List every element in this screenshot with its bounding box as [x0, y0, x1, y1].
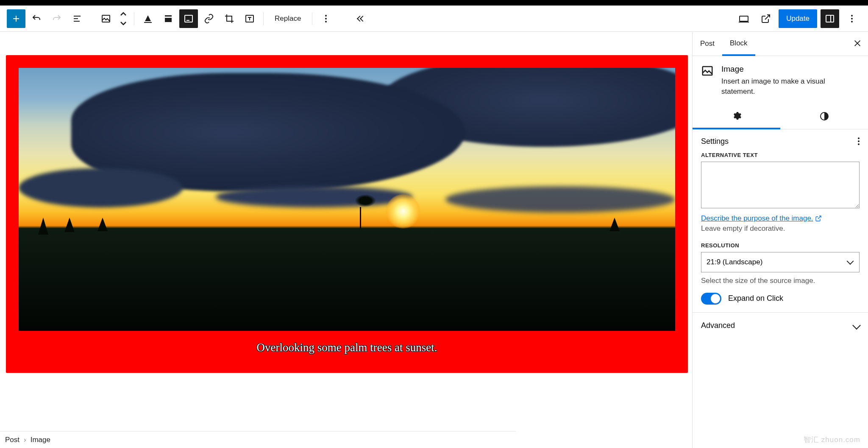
caption-toggle-button[interactable]: [179, 9, 198, 28]
svg-rect-10: [185, 15, 192, 22]
document-overview-button[interactable]: [68, 9, 86, 28]
settings-sidebar: Post Block Image Insert an image to make…: [692, 32, 868, 448]
tab-post[interactable]: Post: [693, 32, 722, 56]
move-down-button[interactable]: [117, 19, 130, 28]
replace-button[interactable]: Replace: [268, 9, 308, 28]
alt-text-label: Alternative Text: [701, 152, 860, 158]
settings-subtab[interactable]: [693, 105, 780, 129]
watermark: 智汇 zhuon.com: [804, 435, 860, 445]
close-sidebar-button[interactable]: [853, 39, 862, 49]
resolution-select[interactable]: 21:9 (Landscape): [701, 252, 860, 272]
undo-button[interactable]: [27, 9, 46, 28]
editor-canvas: Overlooking some palm trees at sunset. P…: [0, 32, 692, 448]
settings-more-button[interactable]: [858, 137, 860, 145]
text-overlay-button[interactable]: [240, 9, 259, 28]
image-block[interactable]: Overlooking some palm trees at sunset.: [6, 55, 688, 373]
update-button[interactable]: Update: [779, 9, 817, 28]
breadcrumb: Post › Image: [0, 431, 516, 448]
align-button[interactable]: [139, 9, 157, 28]
svg-rect-13: [740, 16, 748, 21]
block-description: Insert an image to make a visual stateme…: [721, 76, 860, 97]
breadcrumb-root[interactable]: Post: [5, 436, 19, 444]
block-type-image-button[interactable]: [97, 9, 115, 28]
alt-text-help-link[interactable]: Describe the purpose of the image.: [701, 214, 822, 223]
advanced-panel-toggle[interactable]: Advanced: [693, 312, 868, 339]
settings-panel-toggle[interactable]: [821, 9, 839, 28]
expand-on-click-label: Expand on Click: [728, 294, 783, 303]
svg-rect-15: [826, 15, 834, 22]
resolution-hint: Select the size of the source image.: [701, 277, 860, 285]
add-block-button[interactable]: [7, 9, 25, 28]
svg-rect-7: [144, 22, 152, 23]
external-link-icon: [815, 215, 822, 222]
breadcrumb-separator-icon: ›: [24, 436, 26, 444]
crop-button[interactable]: [220, 9, 239, 28]
block-title: Image: [721, 64, 860, 74]
alt-text-input[interactable]: [701, 162, 860, 208]
view-button[interactable]: [734, 9, 753, 28]
gear-icon: [732, 111, 742, 122]
more-options-button[interactable]: [843, 9, 861, 28]
top-toolbar: Replace Update: [0, 6, 868, 32]
resolution-label: Resolution: [701, 242, 860, 249]
redo-button[interactable]: [47, 9, 66, 28]
image-block-icon: [701, 64, 714, 77]
svg-marker-6: [145, 15, 151, 21]
move-up-button[interactable]: [117, 9, 130, 19]
chevron-down-icon: [852, 321, 861, 330]
expand-on-click-toggle[interactable]: [701, 293, 721, 305]
caption-position-button[interactable]: [159, 9, 178, 28]
breadcrumb-leaf[interactable]: Image: [31, 436, 50, 444]
tab-block[interactable]: Block: [722, 32, 755, 56]
preview-external-button[interactable]: [757, 9, 775, 28]
image-preview: [19, 68, 675, 331]
collapse-toolbar-button[interactable]: [351, 9, 370, 28]
alt-text-hint: Leave empty if decorative.: [701, 224, 860, 233]
image-caption[interactable]: Overlooking some palm trees at sunset.: [19, 331, 675, 360]
styles-subtab[interactable]: [780, 105, 868, 129]
svg-rect-9: [165, 18, 172, 22]
contrast-icon: [819, 111, 829, 123]
svg-rect-8: [165, 15, 172, 17]
settings-heading: Settings: [701, 137, 729, 146]
block-options-button[interactable]: [317, 9, 335, 28]
insert-link-button[interactable]: [200, 9, 218, 28]
